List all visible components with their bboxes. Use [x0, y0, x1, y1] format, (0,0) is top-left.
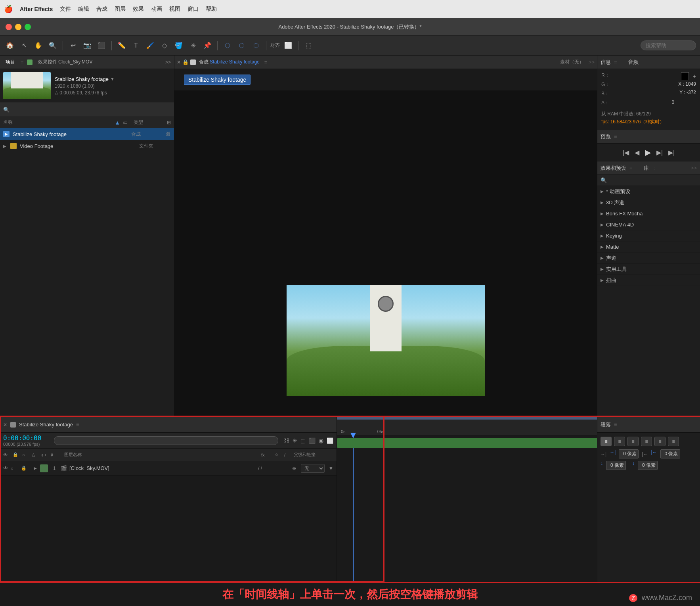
- menu-comp[interactable]: 合成: [96, 6, 107, 13]
- lock-icon[interactable]: 🔒: [182, 59, 189, 65]
- info-tab-label[interactable]: 信息: [601, 59, 611, 66]
- layer-expand-icon[interactable]: ▶: [34, 466, 37, 470]
- audio-tab-label[interactable]: 音频: [628, 59, 639, 66]
- library-tab-label[interactable]: 库: [644, 165, 649, 172]
- menu-help[interactable]: 帮助: [206, 6, 217, 13]
- menu-edit[interactable]: 编辑: [78, 6, 89, 13]
- category-animation[interactable]: ▶ * 动画预设: [597, 186, 700, 197]
- sort-icon[interactable]: ▲: [115, 119, 120, 126]
- step-back-button[interactable]: ◀: [635, 149, 639, 156]
- menu-layer[interactable]: 图层: [115, 6, 126, 13]
- tab-material[interactable]: 素材（无）: [560, 59, 584, 65]
- pen-icon[interactable]: ✏️: [116, 40, 128, 52]
- align-right-btn[interactable]: ≡: [627, 437, 639, 446]
- menu-aftereffects[interactable]: After Effects: [20, 6, 53, 12]
- close-button[interactable]: [6, 24, 12, 30]
- select-icon[interactable]: ↖: [18, 40, 30, 52]
- home-icon[interactable]: 🏠: [4, 40, 16, 52]
- layer-solo-icon[interactable]: ○: [11, 466, 19, 471]
- fill-icon[interactable]: 🪣: [173, 40, 185, 52]
- 3d-icon[interactable]: ⬡: [250, 40, 262, 52]
- tab-effect-control[interactable]: 效果控件 Clock_Sky.MOV: [36, 58, 95, 66]
- align-justify3-btn[interactable]: ≡: [668, 437, 679, 446]
- timeline-layer[interactable]: 👁 ○ 🔒 ▶ 1 🎬 [Clock_Sky.MOV] / / ⊕ 无 ▼: [0, 461, 337, 476]
- align-left-btn[interactable]: ≡: [601, 437, 612, 446]
- effects-expand-icon[interactable]: >>: [691, 165, 697, 171]
- right-indent-value[interactable]: 0 像素: [660, 449, 680, 458]
- menu-view[interactable]: 视图: [169, 6, 180, 13]
- timeline-tool-3[interactable]: ⬚: [300, 437, 306, 444]
- category-3d-audio[interactable]: ▶ 3D 声道: [597, 197, 700, 208]
- goto-start-button[interactable]: |◀: [623, 149, 629, 156]
- search-input[interactable]: [641, 40, 696, 50]
- category-matte[interactable]: ▶ Matte: [597, 242, 700, 253]
- category-boris[interactable]: ▶ Boris FX Mocha: [597, 208, 700, 219]
- menu-file[interactable]: 文件: [60, 6, 71, 13]
- layer-link-icon[interactable]: ⊕: [292, 466, 296, 471]
- info-menu-icon[interactable]: ≡: [614, 59, 617, 65]
- playhead[interactable]: [353, 436, 354, 582]
- category-channel[interactable]: ▶ 声道: [597, 253, 700, 264]
- paragraph-tab-label[interactable]: 段落: [601, 421, 611, 428]
- project-search-input[interactable]: [12, 107, 171, 113]
- space-before-value[interactable]: 0 像素: [606, 461, 626, 470]
- panel-expand-icon[interactable]: >>: [165, 59, 171, 65]
- play-audio-button[interactable]: ▶|: [656, 149, 663, 156]
- hand-icon[interactable]: ✋: [33, 40, 44, 52]
- timeline-menu-icon[interactable]: ≡: [76, 422, 79, 428]
- dropdown-arrow-icon[interactable]: ▼: [110, 77, 115, 81]
- align-center-btn[interactable]: ≡: [614, 437, 625, 446]
- comp-tab-close[interactable]: ✕: [177, 59, 181, 65]
- timeline-tool-1[interactable]: ⛓: [284, 437, 289, 444]
- layer-lock-icon[interactable]: 🔒: [21, 466, 29, 471]
- timeline-tool-4[interactable]: ⬛: [309, 437, 316, 444]
- shape-icon[interactable]: ◇: [159, 40, 170, 52]
- maximize-button[interactable]: [25, 24, 31, 30]
- paragraph-menu-icon[interactable]: ≡: [614, 422, 617, 428]
- timeline-empty-space[interactable]: [0, 476, 337, 582]
- menu-window[interactable]: 窗口: [187, 6, 199, 13]
- select2-icon[interactable]: ⬛: [96, 40, 107, 52]
- apple-menu[interactable]: 🍎: [4, 5, 13, 13]
- menu-effects[interactable]: 效果: [133, 6, 144, 13]
- minimize-button[interactable]: [15, 24, 21, 30]
- snap-icon[interactable]: ⬡: [222, 40, 233, 52]
- category-distort[interactable]: ▶ 扭曲: [597, 275, 700, 286]
- category-keying[interactable]: ▶ Keying: [597, 230, 700, 242]
- layer-parent-arrow[interactable]: ▼: [329, 466, 333, 471]
- timeline-tool-6[interactable]: ⬜: [327, 437, 333, 444]
- layer-parent-select[interactable]: 无: [301, 464, 325, 473]
- pin-icon[interactable]: 📌: [201, 40, 213, 52]
- preview-tab-label[interactable]: 预览: [601, 133, 611, 140]
- comp-tab-menu[interactable]: ≡: [264, 59, 268, 65]
- zoom-icon[interactable]: 🔍: [47, 40, 59, 52]
- category-cinema4d[interactable]: ▶ CINEMA 4D: [597, 219, 700, 230]
- timeline-close-btn[interactable]: ✕: [3, 422, 7, 428]
- layer-eye-icon[interactable]: 👁: [3, 465, 8, 471]
- timeline-tool-5[interactable]: ◉: [319, 437, 323, 444]
- expand-arrow-icon[interactable]: ▶: [3, 144, 6, 148]
- goto-end-button[interactable]: ▶|: [668, 149, 675, 156]
- mask-icon[interactable]: ⬡: [236, 40, 248, 52]
- timeline-tool-2[interactable]: ✳: [293, 437, 297, 444]
- puppet-icon[interactable]: ✳: [187, 40, 199, 52]
- timeline-search-input[interactable]: [54, 436, 278, 445]
- comp-expand-icon[interactable]: >>: [589, 59, 595, 65]
- effects-search-input[interactable]: [609, 177, 697, 183]
- list-item[interactable]: ▶ Stabilize Shaky footage 合成 ⛓: [0, 128, 174, 140]
- time-display[interactable]: 0:00:00:00: [3, 434, 47, 442]
- rotate-icon[interactable]: ↩: [67, 40, 79, 52]
- text-icon[interactable]: T: [130, 40, 142, 52]
- space-after-value[interactable]: 0 像素: [638, 461, 658, 470]
- play-button[interactable]: ▶: [645, 148, 651, 157]
- list-item[interactable]: ▶ Video Footage 文件夹: [0, 140, 174, 152]
- tab-project[interactable]: 项目: [3, 58, 17, 66]
- timeline-area[interactable]: ✕ Stabilize Shaky footage ≡ 0:00:00:00 0…: [0, 416, 700, 582]
- left-indent-value[interactable]: 0 像素: [619, 449, 639, 458]
- preview-menu-icon[interactable]: ≡: [614, 134, 617, 140]
- category-utility[interactable]: ▶ 实用工具: [597, 264, 700, 275]
- library-more-icon[interactable]: :: [654, 165, 656, 171]
- menu-animation[interactable]: 动画: [151, 6, 162, 13]
- layer-fx-switches[interactable]: / /: [258, 466, 290, 471]
- align-icon[interactable]: ⬜: [282, 40, 294, 52]
